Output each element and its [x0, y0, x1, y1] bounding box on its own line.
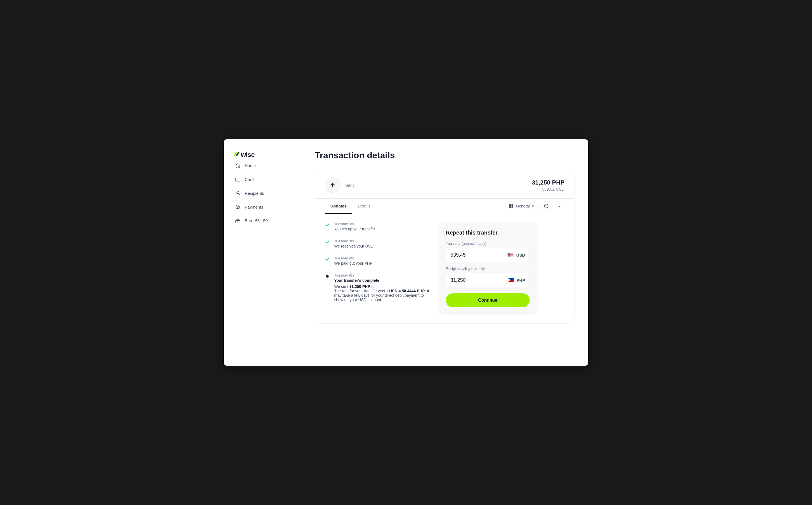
receive-amount-input[interactable]: 31,250 🇵🇭 PHP — [446, 273, 530, 287]
chevron-down-icon: ▾ — [532, 204, 534, 208]
sidebar-item-payments[interactable]: Payments — [232, 200, 292, 213]
tab-details[interactable]: Details — [352, 199, 376, 214]
transfer-rate-text: The rate for your transfer was — [334, 289, 386, 293]
sidebar-item-earn[interactable]: Earn ₱3,150 — [232, 214, 292, 227]
send-currency-right: 🇺🇸 USD — [507, 251, 525, 259]
svg-rect-8 — [509, 206, 511, 208]
receive-currency-code: PHP — [517, 278, 525, 283]
ellipsis-icon: ··· — [557, 203, 562, 209]
transaction-header: Sent 31,250 PHP 539.52 USD — [315, 169, 574, 198]
svg-point-2 — [237, 191, 239, 193]
bullet-icon-4 — [325, 274, 330, 279]
transaction-amounts: 31,250 PHP 539.52 USD — [532, 179, 565, 191]
transaction-status: Sent — [345, 183, 354, 188]
tabs-bar: Updates Details General ▾ — [315, 198, 574, 213]
receive-amount-value: 31,250 — [450, 277, 466, 283]
timeline-date-4: Tuesday 9th — [334, 273, 430, 277]
timeline-indicator-1 — [325, 222, 330, 231]
logo: wise — [232, 150, 292, 159]
gift-icon — [235, 218, 241, 224]
timeline-body-4: Tuesday 9th Your transfer's complete We … — [334, 273, 430, 302]
continue-button[interactable]: Continue — [446, 293, 530, 307]
sidebar-item-card[interactable]: Card — [232, 173, 292, 186]
main-content: Transaction details Sent 31 — [301, 139, 588, 366]
tabs-list: Updates Details — [325, 199, 376, 213]
sidebar-item-payments-label: Payments — [245, 205, 263, 209]
repeat-transfer-title: Repeat this transfer — [446, 229, 530, 236]
timeline-text-3: We paid out your PHP — [334, 261, 372, 266]
timeline-date-1: Tuesday 9th — [334, 222, 375, 226]
usd-flag: 🇺🇸 — [507, 251, 514, 259]
timeline-text-4: We sent 31,250 PHP to The rate for your … — [334, 284, 430, 302]
home-icon — [235, 162, 241, 169]
svg-rect-6 — [509, 204, 511, 206]
timeline: Tuesday 9th You set up your transfer — [325, 222, 430, 315]
timeline-title-4: Your transfer's complete — [334, 278, 430, 283]
page-title: Transaction details — [315, 150, 575, 161]
card-icon — [235, 176, 241, 182]
timeline-body-1: Tuesday 9th You set up your transfer — [334, 222, 375, 231]
sidebar: wise Home — [224, 139, 301, 366]
timeline-date-2: Tuesday 9th — [334, 239, 373, 243]
transaction-secondary-amount: 539.52 USD — [532, 187, 565, 191]
tab-content: Tuesday 9th You set up your transfer — [315, 213, 574, 323]
repeat-transfer-card: Repeat this transfer You send (approxima… — [438, 222, 538, 315]
logo-text: wise — [241, 151, 255, 159]
transfer-text-before: We sent — [334, 284, 349, 289]
more-options-button[interactable]: ··· — [555, 201, 565, 211]
sidebar-item-home[interactable]: Home — [232, 159, 292, 172]
transaction-card: Sent 31,250 PHP 539.52 USD Updates Detai… — [315, 169, 575, 324]
timeline-item-2: Tuesday 9th We received your USD — [325, 239, 430, 248]
question-icon — [544, 204, 549, 208]
general-label: General — [516, 204, 530, 208]
sidebar-item-earn-label: Earn ₱3,150 — [245, 218, 268, 223]
send-currency-code: USD — [516, 253, 525, 258]
tab-updates[interactable]: Updates — [325, 199, 352, 214]
transaction-primary-amount: 31,250 PHP — [532, 179, 565, 186]
check-icon-3 — [325, 257, 330, 262]
sidebar-item-card-label: Card — [245, 177, 254, 182]
check-icon-1 — [325, 222, 330, 227]
sidebar-item-home-label: Home — [245, 163, 256, 168]
grid-icon — [509, 204, 514, 208]
send-amount-input[interactable]: 539.45 🇺🇸 USD — [446, 248, 530, 262]
timeline-indicator-4 — [325, 273, 330, 302]
tabs-actions: General ▾ ··· — [504, 201, 565, 211]
transfer-text-to: to — [370, 284, 375, 289]
send-up-icon — [329, 182, 336, 188]
sidebar-item-recipients[interactable]: Recipients — [232, 187, 292, 199]
transfer-rate-bold: 1 USD = 58.4444 PHP — [386, 289, 425, 293]
recipients-icon — [235, 190, 241, 196]
timeline-date-3: Tuesday 9th — [334, 256, 372, 260]
timeline-item-3: Tuesday 9th We paid out your PHP — [325, 256, 430, 266]
main-nav: Home Card — [232, 159, 292, 227]
timeline-indicator-3 — [325, 256, 330, 266]
timeline-body-2: Tuesday 9th We received your USD — [334, 239, 373, 248]
help-button[interactable] — [541, 201, 551, 211]
timeline-text-2: We received your USD — [334, 244, 373, 248]
timeline-indicator-2 — [325, 239, 330, 248]
timeline-body-3: Tuesday 9th We paid out your PHP — [334, 256, 372, 266]
transaction-icon-circle — [325, 177, 340, 193]
timeline-text-1: You set up your transfer — [334, 227, 375, 231]
timeline-item-4: Tuesday 9th Your transfer's complete We … — [325, 273, 430, 302]
sidebar-item-recipients-label: Recipients — [245, 191, 264, 196]
svg-point-11 — [546, 207, 547, 207]
payments-icon — [235, 204, 241, 210]
transaction-left: Sent — [325, 177, 354, 193]
send-label: You send (approximately) — [446, 241, 530, 245]
receive-currency-right: 🇵🇭 PHP — [507, 277, 525, 284]
receive-label: Recipient will get exactly — [446, 267, 530, 271]
transfer-amount-bold: 31,250 PHP — [349, 284, 370, 289]
timeline-item-1: Tuesday 9th You set up your transfer — [325, 222, 430, 231]
logo-mark — [232, 150, 241, 159]
svg-rect-9 — [512, 206, 513, 208]
send-amount-value: 539.45 — [450, 252, 466, 258]
general-category-button[interactable]: General ▾ — [504, 201, 538, 211]
php-flag: 🇵🇭 — [507, 277, 514, 284]
svg-rect-0 — [236, 178, 240, 181]
svg-rect-7 — [512, 204, 513, 206]
check-icon-2 — [325, 239, 330, 244]
